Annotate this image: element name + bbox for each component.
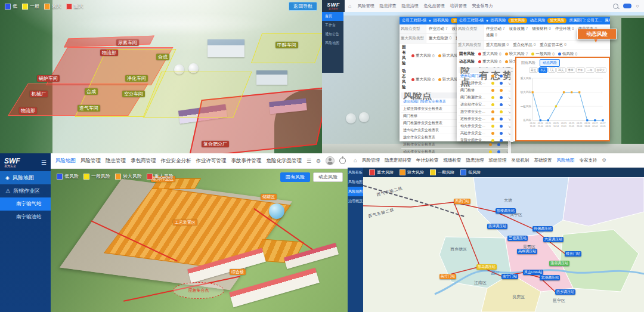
zone-label-chip[interactable]: 工艺装置区: [173, 220, 197, 225]
gear-icon[interactable]: ⚙: [602, 157, 606, 163]
range-pill[interactable]: 自定义: [595, 67, 607, 73]
sidebar-item[interactable]: ⚠所辖作业区: [0, 184, 51, 197]
type-count[interactable]: 重点化学品0: [513, 42, 535, 48]
table-row[interactable]: 受限空间作业安全检查表 ↘: [459, 137, 513, 142]
zone-label-chip[interactable]: 净化车间: [125, 75, 148, 82]
risk-mode-toggle[interactable]: 固有风险: [280, 172, 310, 182]
side-menu-item[interactable]: 通知公告: [322, 30, 343, 39]
type-count[interactable]: 作业活动7: [486, 26, 505, 32]
type-count[interactable]: 重点监管工艺0: [540, 42, 566, 48]
nav-tab[interactable]: 风险地图: [55, 157, 76, 165]
zone-label-chip[interactable]: 复合肥分厂: [202, 141, 229, 147]
zone-label-chip[interactable]: 造气车间: [78, 105, 100, 112]
station-pill[interactable]: 高峰调压站: [517, 249, 537, 254]
nav-menu-item[interactable]: 年计划检查: [416, 157, 439, 163]
power-icon[interactable]: [339, 157, 346, 164]
zone-label-chip[interactable]: 机械厂: [30, 91, 48, 97]
side-menu-item[interactable]: 工作台: [322, 21, 343, 30]
dept-select[interactable]: 公司工程部-级: [402, 18, 426, 23]
gear-icon[interactable]: ⚙: [316, 158, 321, 164]
nav-menu-item[interactable]: 奖惩机制: [512, 157, 530, 163]
range-pill[interactable]: 半年: [576, 67, 585, 73]
station-pill[interactable]: 西乡调压站: [555, 289, 575, 295]
nav-tab[interactable]: 风险管理: [80, 157, 101, 165]
range-pill[interactable]: 一年: [586, 67, 595, 73]
side-menu-item[interactable]: 首页: [322, 12, 343, 21]
risk-zone[interactable]: [143, 72, 252, 118]
chart-tab[interactable]: 固有风险: [518, 59, 538, 67]
nav-menu-item[interactable]: 基础设置: [534, 157, 552, 163]
sidebar-item[interactable]: 风险看板: [348, 168, 363, 177]
side-menu-item[interactable]: 风险地图: [322, 39, 343, 48]
nav-menu-item[interactable]: 隐患排查: [379, 3, 396, 9]
sidebar-item[interactable]: ◈风险地图: [0, 171, 51, 184]
nav-menu-item[interactable]: 风险管理: [362, 157, 380, 163]
station-pill[interactable]: 西津调压站: [487, 224, 507, 229]
menu-icon[interactable]: ☰: [306, 158, 311, 164]
nav-menu-item[interactable]: 班组管理: [489, 157, 507, 163]
station-pill[interactable]: 那楼调压站: [496, 208, 516, 214]
station-pill[interactable]: 蒲庙调压站: [549, 261, 569, 266]
sidebar-item[interactable]: 南宁输气站: [0, 197, 51, 211]
range-pill[interactable]: 季度: [566, 67, 575, 73]
search-icon[interactable]: [613, 4, 618, 9]
table-row[interactable]: 高处作业安全检查表 ↘: [459, 130, 513, 137]
back-to-nav-button[interactable]: 返回导航: [289, 2, 317, 11]
app-logo[interactable]: SWF赛为安全: [4, 157, 20, 168]
table-row[interactable]: 进出站作业安全检查表 ↘: [459, 101, 513, 109]
nav-menu-item[interactable]: 危化品管理: [423, 3, 444, 9]
type-count[interactable]: 作业活动7: [429, 26, 448, 32]
table-row[interactable]: 阀门检漏作业安全检查表 ↘: [459, 94, 513, 101]
nav-menu-item[interactable]: 专家支持: [580, 157, 597, 163]
station-pill[interactable]: 界牌门站: [454, 199, 470, 204]
zone-label-chip[interactable]: 空分车间: [122, 91, 145, 97]
zone-label-chip[interactable]: 合成: [156, 54, 169, 60]
range-pill[interactable]: 30天: [556, 67, 566, 73]
nav-tab[interactable]: 事故事件管理: [231, 157, 262, 165]
table-row[interactable]: 动火作业安全检查表 ↘: [401, 149, 511, 153]
station-pill[interactable]: 伶俐调压站: [532, 226, 553, 231]
scrollbar[interactable]: ▴▾: [510, 67, 513, 142]
nav-menu-item[interactable]: 风险管理: [357, 3, 374, 9]
sidebar-item[interactable]: 治理概况: [348, 196, 363, 206]
range-pill[interactable]: 今天: [538, 67, 547, 73]
type-count[interactable]: 物资材料0: [532, 26, 551, 32]
nav-tab[interactable]: 作业许可管理: [196, 157, 227, 165]
sidebar-item[interactable]: 风险地图: [348, 177, 363, 187]
menu-icon[interactable]: ☰: [41, 159, 47, 166]
zone-label-chip[interactable]: 合成: [85, 88, 98, 95]
range-pill[interactable]: 7天: [548, 67, 556, 73]
zone-label-chip[interactable]: 物流部: [19, 107, 37, 114]
nav-tab[interactable]: 承包商管理: [131, 157, 156, 165]
chevron-down-icon[interactable]: ▾: [429, 18, 431, 23]
station-pill[interactable]: 六景调压站: [543, 237, 564, 242]
station-pill[interactable]: 横县门站: [565, 251, 581, 257]
nav-menu-item[interactable]: 隐患定期排查: [385, 157, 411, 163]
avatar[interactable]: [326, 156, 335, 165]
station-pill[interactable]: 灵山LNG站: [523, 270, 543, 275]
table-row[interactable]: 阀门检修 →: [459, 87, 513, 94]
nav-menu-item[interactable]: 安全领导力: [472, 3, 493, 9]
home-icon[interactable]: ⌂: [348, 3, 351, 9]
range-pill[interactable]: 最近: [529, 67, 538, 73]
station-pill[interactable]: 那马调压站: [476, 264, 497, 270]
station-pill[interactable]: 吴圩门站: [439, 274, 456, 279]
nav-menu-item[interactable]: 隐患治理: [401, 3, 418, 9]
table-row[interactable]: 动火作业安全检查表 ↘: [459, 123, 513, 130]
type-count[interactable]: 通用0: [486, 33, 497, 38]
type-count[interactable]: 作业环境0: [555, 26, 574, 32]
chevron-down-icon[interactable]: ▾: [486, 18, 488, 23]
app-logo[interactable]: SWF赛为安全: [322, 0, 345, 12]
sidebar-item[interactable]: 风险地图: [348, 187, 363, 196]
dept-select[interactable]: 公司工程部-级: [459, 18, 484, 23]
type-count[interactable]: 设备设施7: [509, 26, 528, 32]
nav-tab[interactable]: 作业安全分析: [161, 157, 191, 165]
nav-tab[interactable]: 隐患管理: [106, 157, 126, 165]
table-row[interactable]: 巡检作业安全检查表 ↘: [459, 116, 513, 123]
station-pill[interactable]: 北湖调压站: [540, 275, 560, 280]
table-row[interactable]: 巡检作业安全检查表 ↘: [401, 141, 511, 149]
home-icon[interactable]: ⌂: [354, 157, 357, 163]
risk-mode-toggle[interactable]: 动态风险: [313, 172, 343, 182]
nav-menu-item[interactable]: 风险地图: [557, 157, 575, 163]
nav-menu-item[interactable]: 隐患治理: [466, 157, 484, 163]
